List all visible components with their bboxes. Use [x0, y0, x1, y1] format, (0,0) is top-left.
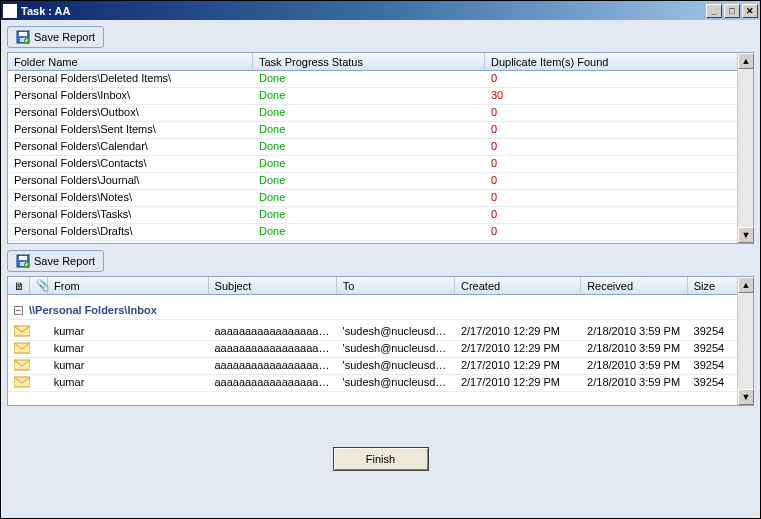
table-row[interactable]: Personal Folders\Journal\Done0	[8, 173, 737, 190]
cell-created: 2/17/2010 12:29 PM	[455, 375, 581, 391]
cell-size: 39254	[688, 341, 737, 357]
save-report-button-bottom[interactable]: Save Report	[7, 250, 104, 272]
cell-to: 'sudesh@nucleusdata...	[337, 341, 455, 357]
col-attachment[interactable]: 📎	[30, 277, 48, 294]
cell-folder: Personal Folders\Sent Items\	[8, 122, 253, 138]
table-row[interactable]: Personal Folders\Inbox\Done30	[8, 88, 737, 105]
group-header[interactable]: − \\Personal Folders\Inbox	[8, 301, 737, 320]
cell-folder: Personal Folders\Drafts\	[8, 224, 253, 240]
cell-from: kumar	[48, 375, 209, 391]
cell-size: 39254	[688, 358, 737, 374]
cell-icon	[8, 341, 30, 357]
cell-attach	[30, 324, 48, 340]
save-report-button-top[interactable]: Save Report	[7, 26, 104, 48]
cell-status: Done	[253, 173, 485, 189]
cell-from: kumar	[48, 341, 209, 357]
table-row[interactable]: Personal Folders\Notes\Done0	[8, 190, 737, 207]
cell-to: 'sudesh@nucleusdata...	[337, 375, 455, 391]
cell-received: 2/18/2010 3:59 PM	[581, 324, 688, 340]
cell-folder: Personal Folders\Journal\	[8, 173, 253, 189]
col-to[interactable]: To	[337, 277, 455, 294]
folder-progress-table: Folder Name Task Progress Status Duplica…	[7, 52, 754, 244]
table-row[interactable]: Personal Folders\Calendar\Done0	[8, 139, 737, 156]
cell-folder: Personal Folders\Notes\	[8, 190, 253, 206]
table-row[interactable]: Personal Folders\Outbox\Done0	[8, 105, 737, 122]
app-icon	[3, 4, 17, 18]
table1-scrollbar[interactable]: ▲ ▼	[737, 53, 753, 243]
cell-status: Done	[253, 207, 485, 223]
table-row[interactable]: Personal Folders\Tasks\Done0	[8, 207, 737, 224]
scroll-down-icon[interactable]: ▼	[738, 227, 754, 243]
col-duplicates[interactable]: Duplicate Item(s) Found	[485, 53, 736, 70]
cell-subject: aaaaaaaaaaaaaaaaaaaa...	[208, 358, 336, 374]
table-row[interactable]: Personal Folders\Deleted Items\Done0	[8, 71, 737, 88]
cell-dup: 0	[485, 224, 736, 240]
cell-subject: aaaaaaaaaaaaaaaaaaaa...	[208, 324, 336, 340]
group-name: \\Personal Folders\Inbox	[29, 304, 157, 316]
table1-body: Personal Folders\Deleted Items\Done0Pers…	[8, 71, 737, 243]
cell-dup: 30	[485, 88, 736, 104]
cell-attach	[30, 358, 48, 374]
cell-size: 39254	[688, 375, 737, 391]
document-icon: 🗎	[14, 280, 25, 292]
cell-folder: Personal Folders\Outbox\	[8, 105, 253, 121]
cell-icon	[8, 358, 30, 374]
cell-received: 2/18/2010 3:59 PM	[581, 341, 688, 357]
table-row[interactable]: kumaraaaaaaaaaaaaaaaaaaaa...'sudesh@nucl…	[8, 324, 737, 341]
col-folder-name[interactable]: Folder Name	[8, 53, 253, 70]
col-subject[interactable]: Subject	[209, 277, 337, 294]
cell-folder: Personal Folders\Inbox\	[8, 88, 253, 104]
table-row[interactable]: Personal Folders\Sent Items\Done0	[8, 122, 737, 139]
maximize-button[interactable]: □	[724, 4, 740, 18]
col-from[interactable]: From	[48, 277, 209, 294]
cell-from: kumar	[48, 324, 209, 340]
scroll-up-icon[interactable]: ▲	[738, 53, 754, 69]
save-report-label: Save Report	[34, 255, 95, 267]
cell-status: Done	[253, 71, 485, 87]
cell-status: Done	[253, 139, 485, 155]
mail-icon	[14, 342, 30, 354]
cell-dup: 0	[485, 139, 736, 155]
cell-created: 2/17/2010 12:29 PM	[455, 324, 581, 340]
scroll-down-icon[interactable]: ▼	[738, 389, 754, 405]
cell-created: 2/17/2010 12:29 PM	[455, 341, 581, 357]
mail-icon	[14, 359, 30, 371]
table1-header: Folder Name Task Progress Status Duplica…	[8, 53, 737, 71]
table-row[interactable]: Personal Folders\Contacts\Done0	[8, 156, 737, 173]
cell-attach	[30, 341, 48, 357]
cell-status: Done	[253, 105, 485, 121]
cell-received: 2/18/2010 3:59 PM	[581, 375, 688, 391]
cell-subject: aaaaaaaaaaaaaaaaaaaa...	[208, 375, 336, 391]
task-window: Task : AA _ □ ✕ Save Report Folder Name …	[0, 0, 761, 519]
save-icon	[16, 30, 30, 44]
finish-button[interactable]: Finish	[333, 447, 429, 471]
col-received[interactable]: Received	[581, 277, 687, 294]
close-button[interactable]: ✕	[742, 4, 758, 18]
table-row[interactable]: kumaraaaaaaaaaaaaaaaaaaaa...'sudesh@nucl…	[8, 358, 737, 375]
table2-scrollbar[interactable]: ▲ ▼	[737, 277, 753, 405]
mail-icon	[14, 376, 30, 388]
table2-body: kumaraaaaaaaaaaaaaaaaaaaa...'sudesh@nucl…	[8, 324, 737, 405]
table-row[interactable]: kumaraaaaaaaaaaaaaaaaaaaa...'sudesh@nucl…	[8, 341, 737, 358]
cell-received: 2/18/2010 3:59 PM	[581, 358, 688, 374]
cell-folder: Personal Folders\Tasks\	[8, 207, 253, 223]
col-icon[interactable]: 🗎	[8, 277, 30, 294]
col-task-progress[interactable]: Task Progress Status	[253, 53, 485, 70]
col-created[interactable]: Created	[455, 277, 581, 294]
cell-icon	[8, 375, 30, 391]
table-row[interactable]: Personal Folders\Drafts\Done0	[8, 224, 737, 241]
collapse-icon[interactable]: −	[14, 306, 23, 315]
minimize-button[interactable]: _	[706, 4, 722, 18]
table-row[interactable]: kumaraaaaaaaaaaaaaaaaaaaa...'sudesh@nucl…	[8, 375, 737, 392]
cell-folder: Personal Folders\Deleted Items\	[8, 71, 253, 87]
cell-to: 'sudesh@nucleusdata...	[337, 324, 455, 340]
window-content: Save Report Folder Name Task Progress St…	[1, 20, 760, 518]
cell-size: 39254	[688, 324, 737, 340]
cell-dup: 0	[485, 207, 736, 223]
table2-header: 🗎 📎 From Subject To Created Received Siz…	[8, 277, 737, 295]
title-bar[interactable]: Task : AA _ □ ✕	[1, 1, 760, 20]
scroll-up-icon[interactable]: ▲	[738, 277, 754, 293]
cell-status: Done	[253, 190, 485, 206]
col-size[interactable]: Size	[688, 277, 737, 294]
save-icon	[16, 254, 30, 268]
